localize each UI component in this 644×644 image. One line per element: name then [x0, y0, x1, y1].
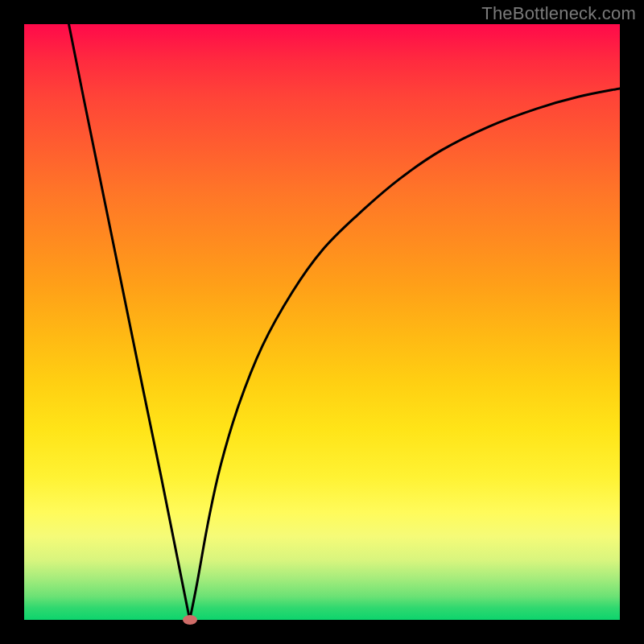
- plot-area: [24, 24, 620, 620]
- minimum-marker: [183, 615, 197, 625]
- curve-path: [69, 24, 621, 620]
- watermark-text: TheBottleneck.com: [481, 3, 636, 24]
- bottleneck-curve: [24, 24, 620, 620]
- chart-frame: TheBottleneck.com: [0, 0, 644, 644]
